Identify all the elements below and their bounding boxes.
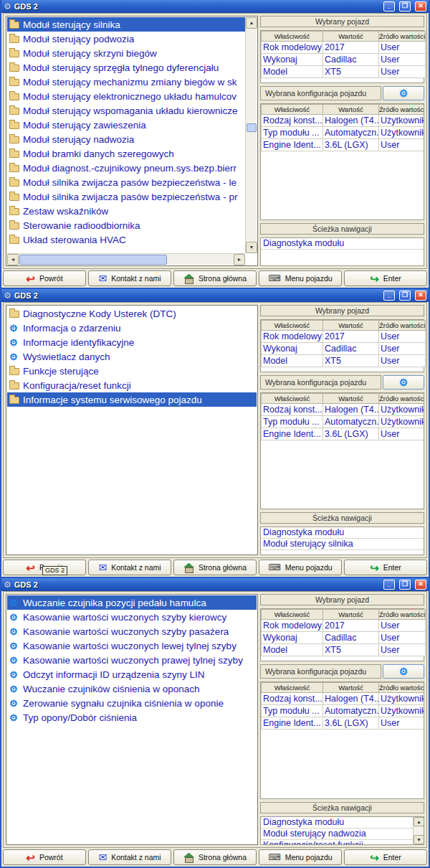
list-item[interactable]: Moduł bramki danych szeregowych: [7, 146, 245, 161]
toolbar-button-menu-pojazdu[interactable]: ⌨Menu pojazdu: [259, 849, 342, 865]
toolbar-button-powrót[interactable]: ↩Powrót: [3, 849, 86, 865]
nav-path-item[interactable]: Moduł sterujący nadwozia: [261, 829, 413, 840]
nav-path-item[interactable]: Diagnostyka modułu: [261, 527, 424, 539]
list-item[interactable]: ⚙Wyświetlacz danych: [7, 349, 257, 364]
scroll-left-icon[interactable]: ◄: [7, 254, 19, 265]
list-item-label: Diagnostyczne Kody Usterek (DTC): [23, 308, 176, 319]
restore-button[interactable]: ❐: [399, 580, 411, 590]
list-item[interactable]: Sterowanie radioodbiornika: [7, 218, 245, 232]
close-button[interactable]: ✕: [415, 580, 426, 590]
title-bar[interactable]: ⚙ GDS 2 _ ❐ ✕: [1, 289, 429, 302]
table-cell: Użytkownik: [379, 115, 425, 127]
scroll-down-icon[interactable]: ▼: [414, 835, 424, 844]
list-item[interactable]: Moduł sterujący sprzęgła tylnego dyferen…: [7, 60, 245, 75]
column-header: Właściwość: [262, 610, 323, 620]
nav-path-item[interactable]: Konfiguracja/reset funkcji: [261, 840, 413, 845]
table-cell: Wykonaj: [262, 343, 323, 355]
column-header: Właściwość: [262, 394, 323, 404]
list-item[interactable]: ⚙Kasowanie wartości wuczonych lewej tyln…: [7, 638, 257, 653]
list-item[interactable]: Układ sterowania HVAC: [7, 232, 245, 247]
toolbar-button-menu-pojazdu[interactable]: ⌨Menu pojazdu: [259, 560, 342, 575]
table-cell: User: [379, 139, 425, 151]
toolbar-button-enter[interactable]: ↪Enter: [344, 849, 427, 865]
toolbar-button-label: Powrót: [39, 853, 63, 862]
scroll-right-icon[interactable]: ►: [234, 254, 245, 265]
toolbar-button-kontakt-z-nami[interactable]: ✉Kontakt z nami: [88, 849, 171, 865]
minimize-button[interactable]: _: [383, 1, 395, 11]
list-item[interactable]: ⚙Informacja o zdarzeniu: [7, 321, 257, 335]
nav-path-item[interactable]: Moduł sterujący silnika: [261, 539, 424, 550]
toolbar-button-enter[interactable]: ↪Enter: [344, 270, 427, 286]
list-item-label: Informacje identyfikacyjne: [23, 337, 134, 348]
nav-path-item[interactable]: Diagnostyka modułu: [261, 238, 424, 250]
title-bar[interactable]: ⚙ GDS 2 _ ❐ ✕: [1, 0, 429, 13]
list-item[interactable]: ⚙Kasowanie wartości wuczonych szyby kier…: [7, 610, 257, 624]
list-item[interactable]: ⚙Typ opony/Dobór ciśnienia: [7, 710, 257, 725]
list-item[interactable]: Moduł sterujący podwozia: [7, 32, 245, 46]
toolbar-button-strona-główna[interactable]: Strona główna: [173, 560, 257, 575]
list-item[interactable]: Moduł sterujący silnika: [7, 17, 245, 32]
table-row: Typ modułu ...Automatyczn...Użytkownik: [262, 416, 425, 428]
list-item[interactable]: Diagnostyczne Kody Usterek (DTC): [7, 306, 257, 321]
config-refresh-button[interactable]: ⚙: [383, 86, 424, 100]
restore-button[interactable]: ❐: [399, 291, 411, 301]
close-button[interactable]: ✕: [415, 291, 426, 301]
list-item[interactable]: ⚙Odczyt informacji ID urządzenia szyny L…: [7, 667, 257, 681]
list-item[interactable]: Moduł sterujący mechanizmu zmiany biegów…: [7, 75, 245, 89]
list-item[interactable]: ⚙Kasowanie wartości wuczonych prawej tyl…: [7, 653, 257, 667]
config-refresh-button[interactable]: ⚙: [383, 664, 424, 679]
list-item[interactable]: Moduł silnika zwijacza pasów bezpieczeńs…: [7, 189, 245, 204]
list-item[interactable]: Konfiguracja/reset funkcji: [7, 378, 257, 392]
list-item[interactable]: Moduł diagnost.-czujnikowy pneum.sys.bez…: [7, 161, 245, 175]
toolbar-button-kontakt-z-nami[interactable]: ✉Kontakt z nami: [88, 560, 171, 575]
scroll-up-icon[interactable]: ▲: [414, 817, 424, 826]
scrollbar-thumb[interactable]: [19, 255, 167, 265]
gear-icon: ⚙: [9, 670, 19, 679]
list-item[interactable]: Funkcje sterujące: [7, 364, 257, 378]
list-item[interactable]: Moduł sterujący nadwozia: [7, 132, 245, 146]
close-button[interactable]: ✕: [415, 1, 426, 11]
toolbar-button-powrót[interactable]: ↩Powrót: [3, 270, 86, 286]
scrollbar-thumb[interactable]: [247, 123, 257, 132]
toolbar-button-enter[interactable]: ↪Enter: [344, 560, 427, 575]
list-item[interactable]: Moduł sterujący skrzyni biegów: [7, 46, 245, 60]
toolbar-button-strona-główna[interactable]: Strona główna: [173, 270, 257, 286]
folder-icon: [9, 179, 19, 187]
list-item[interactable]: Informacje systemu serwisowego pojazdu: [7, 392, 257, 407]
minimize-button[interactable]: _: [383, 580, 395, 590]
enter-arrow-icon: ↪: [370, 274, 379, 283]
folder-icon: [9, 65, 19, 72]
minimize-button[interactable]: _: [383, 291, 395, 301]
toolbar-button-label: Powrót: [39, 274, 63, 283]
list-item[interactable]: ⚙Wuczanie czujnika pozycji pedału hamulc…: [7, 595, 257, 610]
list-item-label: Moduł silnika zwijacza pasów bezpieczeńs…: [23, 177, 236, 188]
list-item[interactable]: Moduł sterujący elektronicznego układu h…: [7, 89, 245, 103]
config-refresh-button[interactable]: ⚙: [383, 375, 424, 390]
toolbar-button-menu-pojazdu[interactable]: ⌨Menu pojazdu: [259, 270, 342, 286]
mail-icon: ✉: [98, 563, 107, 572]
folder-icon: [9, 208, 19, 215]
table-cell: 3.6L (LGX): [323, 717, 379, 730]
list-item[interactable]: ⚙Kasowanie wartości wuczonych szyby pasa…: [7, 624, 257, 638]
horizontal-scrollbar[interactable]: ◄ ►: [7, 253, 245, 265]
title-bar[interactable]: ⚙ GDS 2 _ ❐ ✕: [1, 578, 429, 591]
list-item[interactable]: ⚙Zerowanie sygnału czujnika ciśnienia w …: [7, 696, 257, 710]
restore-button[interactable]: ❐: [399, 1, 411, 11]
vertical-scrollbar[interactable]: ▲ ▼: [245, 17, 257, 253]
list-item[interactable]: ⚙Wuczanie czujników ciśnienia w oponach: [7, 681, 257, 696]
list-item[interactable]: ⚙Informacje identyfikacyjne: [7, 335, 257, 349]
list-item-label: Moduł sterujący zawieszenia: [23, 120, 146, 131]
list-item[interactable]: Moduł sterujący zawieszenia: [7, 118, 245, 132]
scroll-up-icon[interactable]: ▲: [246, 17, 257, 29]
gds2-tooltip: GDS 2: [42, 566, 67, 575]
list-item[interactable]: Moduł sterujący wspomagania układu kiero…: [7, 103, 245, 118]
list-item[interactable]: Zestaw wskaźników: [7, 204, 245, 218]
nav-vertical-scrollbar[interactable]: ▲▼: [413, 817, 424, 844]
toolbar-button-kontakt-z-nami[interactable]: ✉Kontakt z nami: [88, 270, 171, 286]
list-item[interactable]: Moduł silnika zwijacza pasów bezpieczeńs…: [7, 175, 245, 189]
scroll-down-icon[interactable]: ▼: [246, 242, 257, 253]
nav-path-item[interactable]: Diagnostyka modułu: [261, 817, 413, 829]
toolbar-button-label: Strona główna: [199, 274, 247, 283]
mail-icon: ✉: [98, 274, 107, 283]
toolbar-button-strona-główna[interactable]: Strona główna: [173, 849, 257, 865]
